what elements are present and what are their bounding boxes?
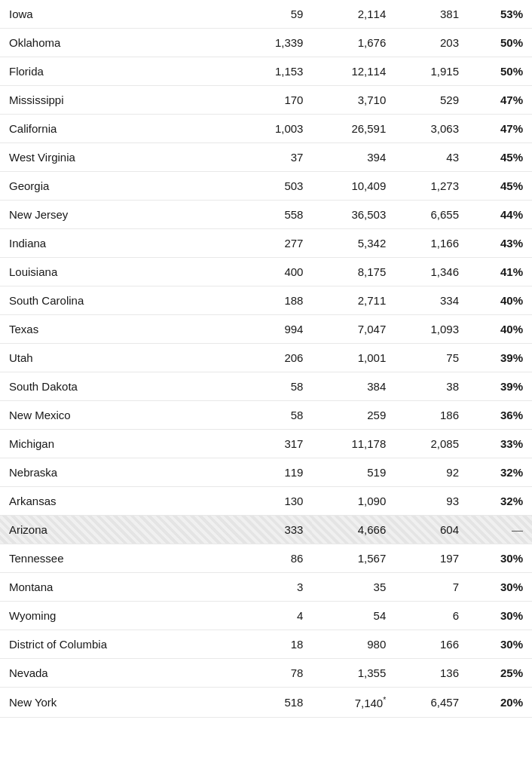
col2-cell: 384 [312,372,395,401]
pct-cell: 39% [468,344,532,372]
col2-cell: 1,355 [312,659,395,688]
col3-cell: 75 [395,344,468,372]
table-row: Oklahoma1,3391,67620350% [0,29,532,57]
pct-cell: 32% [468,487,532,516]
col2-cell: 3,710 [312,86,395,115]
col2-cell: 259 [312,401,395,430]
pct-cell: 44% [468,201,532,229]
table-row: Wyoming454630% [0,602,532,630]
table-row: Nevada781,35513625% [0,659,532,688]
col1-cell: 58 [240,372,313,401]
table-row: Arkansas1301,0909332% [0,487,532,516]
col1-cell: 58 [240,401,313,430]
col1-cell: 78 [240,659,313,688]
col2-cell: 1,676 [312,29,395,57]
pct-cell: 40% [468,315,532,344]
col3-cell: 1,166 [395,229,468,258]
col3-cell: 93 [395,487,468,516]
table-row: Arizona3334,666604— [0,516,532,544]
col3-cell: 6 [395,602,468,630]
state-name-cell: California [0,115,240,143]
state-name-cell: Florida [0,57,240,86]
col1-cell: 3 [240,573,313,602]
col1-cell: 994 [240,315,313,344]
col3-cell: 186 [395,401,468,430]
col2-cell: 12,114 [312,57,395,86]
table-row: California1,00326,5913,06347% [0,115,532,143]
pct-cell: 47% [468,86,532,115]
pct-cell: 33% [468,430,532,458]
col1-cell: 400 [240,258,313,286]
col3-cell: 166 [395,630,468,659]
table-row: New Jersey55836,5036,65544% [0,201,532,229]
col2-cell: 2,114 [312,0,395,29]
state-name-cell: Utah [0,344,240,372]
pct-cell: 40% [468,286,532,315]
pct-cell: 47% [468,115,532,143]
col2-cell: 35 [312,573,395,602]
col3-cell: 381 [395,0,468,29]
col3-cell: 6,655 [395,201,468,229]
col3-cell: 2,085 [395,430,468,458]
col3-cell: 92 [395,458,468,487]
col3-cell: 529 [395,86,468,115]
col2-cell: 2,711 [312,286,395,315]
col3-cell: 3,063 [395,115,468,143]
col3-cell: 6,457 [395,688,468,718]
col1-cell: 558 [240,201,313,229]
pct-cell: 45% [468,172,532,201]
col2-cell: 980 [312,630,395,659]
state-name-cell: West Virginia [0,143,240,172]
pct-cell: 50% [468,57,532,86]
pct-cell: 39% [468,372,532,401]
table-row: Iowa592,11438153% [0,0,532,29]
pct-cell: 25% [468,659,532,688]
table-row: Texas9947,0471,09340% [0,315,532,344]
state-name-cell: South Dakota [0,372,240,401]
col1-cell: 277 [240,229,313,258]
table-row: Mississippi1703,71052947% [0,86,532,115]
col3-cell: 604 [395,516,468,544]
col2-cell: 7,047 [312,315,395,344]
col1-cell: 1,153 [240,57,313,86]
pct-cell: 20% [468,688,532,718]
pct-cell: 41% [468,258,532,286]
col1-cell: 503 [240,172,313,201]
table-row: Louisiana4008,1751,34641% [0,258,532,286]
col2-cell: 36,503 [312,201,395,229]
col3-cell: 43 [395,143,468,172]
state-name-cell: Nevada [0,659,240,688]
col2-cell: 1,090 [312,487,395,516]
col1-cell: 119 [240,458,313,487]
col2-cell: 5,342 [312,229,395,258]
pct-cell: 30% [468,630,532,659]
col1-cell: 1,339 [240,29,313,57]
pct-cell: 53% [468,0,532,29]
col3-cell: 197 [395,544,468,573]
col1-cell: 1,003 [240,115,313,143]
col1-cell: 317 [240,430,313,458]
table-row: Utah2061,0017539% [0,344,532,372]
col2-cell: 394 [312,143,395,172]
table-row: Indiana2775,3421,16643% [0,229,532,258]
state-name-cell: Iowa [0,0,240,29]
state-name-cell: New York [0,688,240,718]
table-row: Tennessee861,56719730% [0,544,532,573]
pct-cell: 30% [468,573,532,602]
state-name-cell: Mississippi [0,86,240,115]
col1-cell: 333 [240,516,313,544]
col3-cell: 38 [395,372,468,401]
state-name-cell: Indiana [0,229,240,258]
state-name-cell: Arizona [0,516,240,544]
data-table: Iowa592,11438153%Oklahoma1,3391,67620350… [0,0,532,718]
col3-cell: 1,915 [395,57,468,86]
col1-cell: 206 [240,344,313,372]
col1-cell: 130 [240,487,313,516]
table-row: Nebraska1195199232% [0,458,532,487]
table-row: District of Columbia1898016630% [0,630,532,659]
pct-cell: — [468,516,532,544]
col3-cell: 136 [395,659,468,688]
col2-cell: 10,409 [312,172,395,201]
col3-cell: 1,273 [395,172,468,201]
col2-cell: 54 [312,602,395,630]
